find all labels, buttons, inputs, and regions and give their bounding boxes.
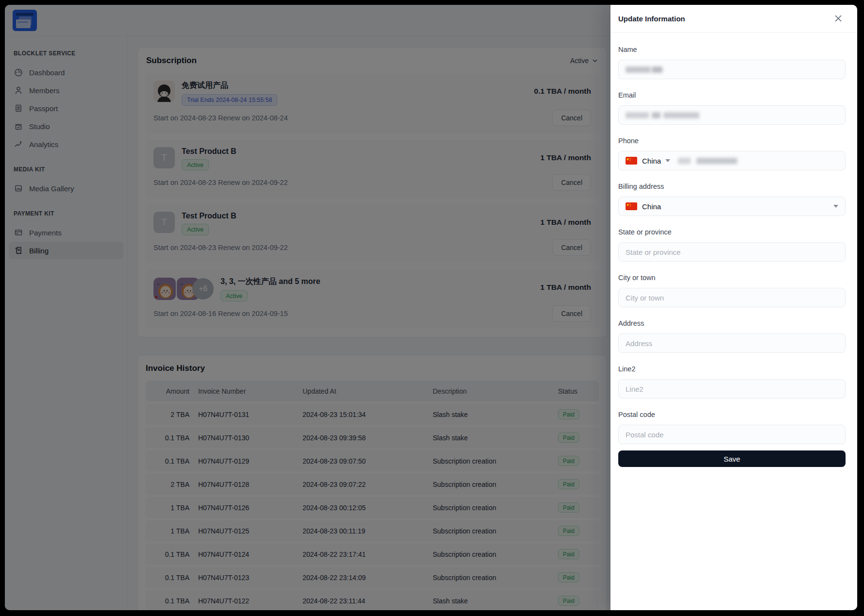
caret-down-icon[interactable] <box>665 159 670 162</box>
city-label: City or town <box>618 274 846 282</box>
redacted-email-value <box>663 112 699 118</box>
phone-field[interactable]: China <box>618 151 846 170</box>
redacted-name-value <box>652 67 662 73</box>
drawer-title: Update Information <box>618 15 685 23</box>
phone-label: Phone <box>618 137 846 145</box>
name-field[interactable] <box>618 60 846 79</box>
redacted-email-value <box>626 112 649 118</box>
email-field[interactable] <box>618 105 846 125</box>
redacted-name-value <box>626 67 651 73</box>
postal-code-label: Postal code <box>618 411 846 418</box>
state-input[interactable] <box>618 242 846 262</box>
address-input[interactable] <box>618 333 846 353</box>
app-window: BLOCKLET SERVICE Dashboard Members Passp… <box>5 5 857 610</box>
state-label: State or province <box>618 228 846 236</box>
email-label: Email <box>618 91 846 99</box>
line2-label: Line2 <box>618 365 846 373</box>
redacted-phone-value <box>696 158 737 164</box>
address-label: Address <box>618 319 846 327</box>
china-flag-icon <box>626 202 637 210</box>
redacted-phone-value <box>678 158 691 164</box>
close-button[interactable] <box>832 12 845 25</box>
billing-address-label: Billing address <box>618 183 846 190</box>
redacted-email-value <box>652 112 661 118</box>
name-label: Name <box>618 46 846 53</box>
postal-code-input[interactable] <box>618 425 846 444</box>
line2-input[interactable] <box>618 379 846 399</box>
china-flag-icon <box>626 157 637 165</box>
billing-country-value: China <box>642 202 661 211</box>
billing-country-select[interactable]: China <box>618 197 846 216</box>
caret-down-icon <box>833 205 838 208</box>
phone-country-value: China <box>642 157 661 165</box>
city-input[interactable] <box>618 288 846 307</box>
update-information-drawer: Update Information Name Email <box>610 5 857 610</box>
save-button[interactable]: Save <box>618 450 846 467</box>
close-icon <box>833 13 844 24</box>
